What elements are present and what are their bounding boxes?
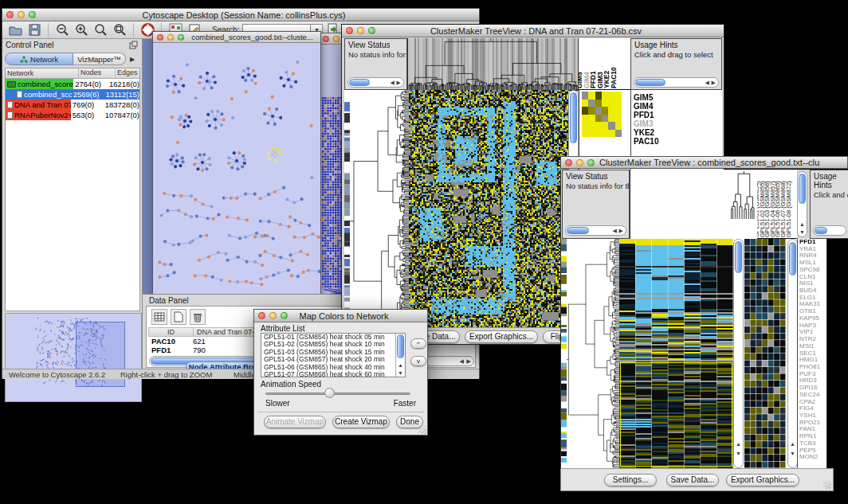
close-icon[interactable] <box>6 11 14 18</box>
close-icon[interactable] <box>346 27 353 34</box>
matrix-cell <box>602 100 608 107</box>
attribute-list-vscrollbar[interactable]: ▲▼ <box>395 334 405 377</box>
treeview2-titlebar[interactable]: ClusterMaker TreeView : combined_scores_… <box>560 156 848 169</box>
close-icon[interactable] <box>157 34 163 41</box>
attribute-list[interactable]: GPL51-01 (GSM854) heat shock 05 minGPL51… <box>261 333 406 377</box>
treeview-window-combined: ClusterMaker TreeView : combined_scores_… <box>560 156 848 494</box>
column-header[interactable]: Edges <box>116 68 139 78</box>
gene-label: GIM3 <box>634 119 653 128</box>
treeview2-usage-hints: Usage Hints Click and drag to select <box>810 170 848 239</box>
treeview2-gene-list[interactable]: PFD1YRA1RNR4MSL1SPC98CLN1NIS1BUD4ELG1MAK… <box>797 239 827 468</box>
move-up-button[interactable]: ^ <box>410 338 426 349</box>
zoom-fit-icon[interactable] <box>92 22 108 38</box>
matrix-cell <box>608 130 614 138</box>
settings-button[interactable]: Settings... <box>604 474 657 486</box>
matrix-cell <box>588 130 595 138</box>
gene-label: MON2 <box>798 454 826 461</box>
network-view-title: combined_scores_good.txt--cluste... <box>184 33 320 41</box>
matrix-cell <box>602 107 608 115</box>
minimize-icon[interactable] <box>18 11 25 18</box>
matrix-cell <box>595 122 602 130</box>
gene-label: PAC10 <box>634 137 659 146</box>
maximize-icon[interactable] <box>178 34 184 41</box>
zoom-selected-icon[interactable] <box>112 22 128 38</box>
network-row[interactable]: combined_sco2569(6)13112(15) <box>6 89 139 100</box>
minimize-icon[interactable] <box>269 312 277 319</box>
attribute-list-label: Attribute List <box>261 324 305 333</box>
open-file-icon[interactable] <box>7 22 23 38</box>
attribute-list-item[interactable]: GPL51-07 (GSM868) heat shock 60 min <box>261 371 395 377</box>
maximize-icon[interactable] <box>281 312 288 319</box>
animate-vizmap-button[interactable]: Animate Vizmap <box>264 416 326 428</box>
treeview1-titlebar[interactable]: ClusterMaker TreeView : DNA and Tran 07-… <box>342 25 724 37</box>
node-count: 2764(0) <box>73 80 108 88</box>
select-attributes-icon[interactable] <box>151 309 167 325</box>
network-row[interactable]: RNAPuberNov2+563(0)107847(0) <box>6 110 139 120</box>
maximize-icon[interactable] <box>587 159 595 166</box>
usage-hints-hscrollbar[interactable]: ◀▶ <box>634 77 719 88</box>
new-attribute-icon[interactable] <box>171 309 186 325</box>
matrix-cell <box>588 115 595 123</box>
close-icon[interactable] <box>565 159 572 166</box>
export-graphics-button[interactable]: Export Graphics... <box>726 474 799 486</box>
close-icon[interactable] <box>323 36 329 42</box>
treeview2-overview-strip[interactable] <box>561 239 567 468</box>
close-icon[interactable] <box>258 312 265 319</box>
treeview2-row-dendrogram[interactable] <box>567 239 619 468</box>
gene-label: YKE2 <box>634 128 654 137</box>
network-row[interactable]: DNA and Tran 07769(0)183728(0) <box>6 100 139 110</box>
save-icon[interactable] <box>26 22 42 38</box>
main-titlebar[interactable]: Cytoscape Desktop (Session Name: collins… <box>2 9 479 21</box>
save-data-button[interactable]: Save Data... <box>666 474 719 486</box>
matrix-cell <box>582 115 588 123</box>
tab-vizmapper[interactable]: VizMapper™ <box>73 53 126 65</box>
usage-hints-hscrollbar[interactable] <box>813 225 846 236</box>
float-panel-icon[interactable] <box>129 38 138 53</box>
matrix-cell <box>602 130 608 138</box>
treeview2-heatmap-vscrollbar[interactable]: ▲▼ <box>733 239 744 468</box>
resize-grip[interactable] <box>418 426 426 434</box>
network-row[interactable]: combined_scores2764(0)16218(0) <box>6 79 139 89</box>
minimize-icon[interactable] <box>167 34 174 41</box>
resize-grip[interactable] <box>823 481 831 489</box>
treeview2-global-heatmap[interactable] <box>619 239 733 468</box>
view-status-hscrollbar[interactable]: ◀▶ <box>565 225 626 236</box>
minimize-icon[interactable] <box>576 159 583 166</box>
maximize-icon[interactable] <box>29 11 36 18</box>
create-vizmap-button[interactable]: Create Vizmap <box>332 416 390 428</box>
treeview2-column-dendrogram[interactable] <box>630 170 758 240</box>
minimize-icon[interactable] <box>333 36 340 42</box>
matrix-cell <box>582 130 588 138</box>
file-icon <box>7 111 13 119</box>
tabs-more-icon[interactable]: ▶ <box>130 56 135 63</box>
animation-speed-slider[interactable] <box>265 393 410 395</box>
id-column-header[interactable]: ID <box>149 328 194 336</box>
zoom-out-icon[interactable] <box>54 22 70 38</box>
treeview2-top-vscrollbar[interactable]: ▲▼ <box>797 171 807 237</box>
delete-attribute-icon[interactable] <box>190 309 206 325</box>
dialog-titlebar[interactable]: Map Colors to Network <box>254 310 427 322</box>
network-table: Network Nodes Edges combined_scores2764(… <box>5 68 140 311</box>
column-header[interactable]: Nodes <box>79 68 116 78</box>
view-status-hscrollbar[interactable]: ◀▶ <box>347 77 404 88</box>
maximize-icon[interactable] <box>368 27 375 34</box>
cluster-matrix[interactable] <box>582 92 622 137</box>
edge-count: 107847(0) <box>104 111 139 119</box>
slider-thumb[interactable] <box>324 388 335 398</box>
treeview1-heatmap[interactable] <box>409 90 568 327</box>
minimize-icon[interactable] <box>357 27 364 34</box>
network-canvas[interactable] <box>153 43 320 295</box>
treeview1-row-dendrogram[interactable] <box>350 90 409 327</box>
treeview2-zoom-heatmap[interactable] <box>744 239 786 468</box>
matrix-cell <box>608 122 614 130</box>
status-welcome: Welcome to Cytoscape 2.6.2 <box>9 370 105 379</box>
treeview1-overview-strip[interactable] <box>344 90 350 327</box>
node-count: 563(0) <box>71 111 104 119</box>
zoom-in-icon[interactable] <box>73 22 89 38</box>
treeview1-column-dendrogram[interactable] <box>407 38 579 91</box>
tab-network[interactable]: Network <box>5 53 73 65</box>
export-graphics-button[interactable]: Export Graphics... <box>465 330 538 343</box>
column-header[interactable]: Network <box>6 68 79 78</box>
network-overview-birdseye[interactable] <box>5 313 142 402</box>
move-down-button[interactable]: v <box>410 356 426 366</box>
